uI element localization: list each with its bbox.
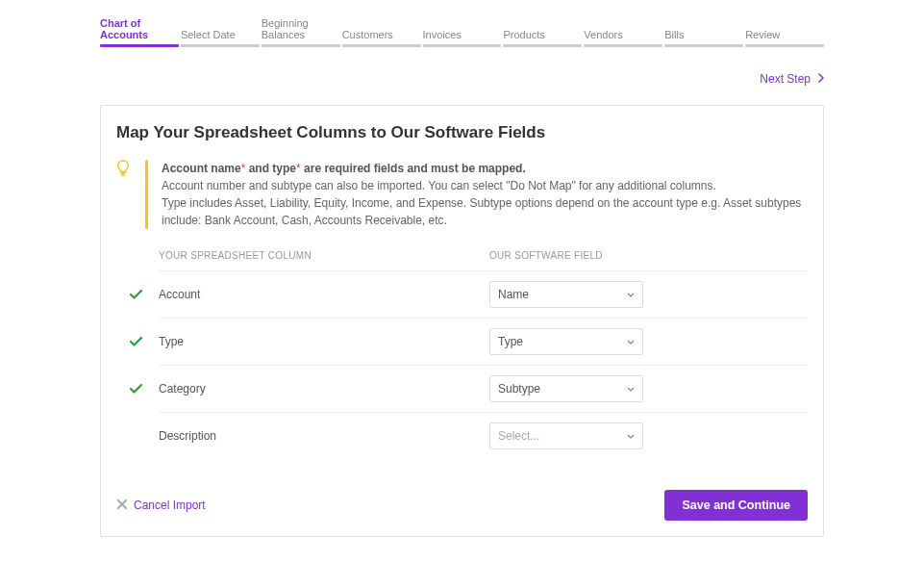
- check-icon: [130, 288, 142, 302]
- chevron-down-icon: [627, 431, 635, 441]
- wizard-step-bar: [262, 44, 340, 47]
- field-select[interactable]: Subtype: [489, 375, 643, 402]
- info-required-suffix: are required fields and must be mapped.: [301, 162, 526, 175]
- mapping-card: Map Your Spreadsheet Columns to Our Soft…: [100, 105, 824, 537]
- lightbulb-icon: [116, 160, 132, 229]
- wizard-step[interactable]: Products: [503, 17, 582, 47]
- wizard-step-bar: [342, 44, 421, 47]
- wizard-step-label: Invoices: [423, 29, 502, 40]
- chevron-down-icon: [627, 384, 635, 394]
- wizard-step[interactable]: Invoices: [423, 17, 502, 47]
- info-required-prefix: Account name: [162, 162, 241, 175]
- field-select[interactable]: Select...: [489, 422, 643, 449]
- wizard-step-label: Products: [503, 29, 582, 40]
- wizard-step-bar: [100, 44, 179, 47]
- wizard-steps: Chart of AccountsSelect DateBeginning Ba…: [100, 0, 824, 47]
- wizard-step-label: Bills: [664, 29, 743, 40]
- source-column-label: Description: [159, 429, 489, 443]
- wizard-step[interactable]: Vendors: [584, 17, 662, 47]
- wizard-step-bar: [503, 44, 582, 47]
- next-step-label: Next Step: [760, 72, 811, 86]
- chevron-down-icon: [627, 337, 635, 346]
- wizard-step[interactable]: Select Date: [181, 17, 260, 47]
- card-title: Map Your Spreadsheet Columns to Our Soft…: [116, 123, 808, 142]
- check-icon: [130, 382, 142, 396]
- mapping-row: CategorySubtype: [159, 365, 808, 412]
- info-text: Account name* and type* are required fie…: [162, 160, 808, 229]
- wizard-step-label: Beginning Balances: [262, 17, 340, 40]
- cancel-import-label: Cancel Import: [134, 498, 206, 512]
- field-select-value: Name: [498, 288, 529, 301]
- chevron-right-icon: [818, 72, 824, 86]
- header-software-field: Our Software Field: [489, 250, 808, 261]
- info-line3: Type includes Asset, Liability, Equity, …: [162, 194, 808, 229]
- mapping-row: TypeType: [159, 318, 808, 365]
- wizard-step-label: Select Date: [181, 29, 260, 40]
- wizard-step-bar: [423, 44, 502, 47]
- header-spreadsheet-column: Your Spreadsheet Column: [159, 250, 489, 261]
- wizard-step[interactable]: Review: [745, 17, 824, 47]
- wizard-step-label: Chart of Accounts: [100, 17, 179, 40]
- wizard-step-label: Customers: [342, 29, 421, 40]
- wizard-step-bar: [664, 44, 743, 47]
- save-and-continue-button[interactable]: Save and Continue: [664, 490, 808, 521]
- wizard-step[interactable]: Bills: [664, 17, 743, 47]
- field-select-value: Select...: [498, 429, 539, 443]
- wizard-step[interactable]: Chart of Accounts: [100, 17, 179, 47]
- field-select[interactable]: Type: [489, 328, 643, 355]
- next-step-link[interactable]: Next Step: [760, 72, 824, 86]
- mapping-header: Your Spreadsheet Column Our Software Fie…: [159, 250, 808, 270]
- source-column-label: Category: [159, 382, 489, 396]
- field-select[interactable]: Name: [489, 281, 643, 308]
- wizard-step-bar: [181, 44, 260, 47]
- info-line2: Account number and subtype can also be i…: [162, 177, 808, 194]
- source-column-label: Type: [159, 335, 489, 348]
- close-icon: [116, 498, 128, 513]
- wizard-step-bar: [584, 44, 662, 47]
- field-select-value: Type: [498, 335, 523, 348]
- mapping-row: AccountName: [159, 270, 808, 318]
- chevron-down-icon: [627, 290, 635, 299]
- wizard-step[interactable]: Customers: [342, 17, 421, 47]
- field-select-value: Subtype: [498, 382, 540, 396]
- mapping-row: DescriptionSelect...: [159, 412, 808, 459]
- cancel-import-link[interactable]: Cancel Import: [116, 498, 206, 513]
- wizard-step-bar: [745, 44, 824, 47]
- wizard-step[interactable]: Beginning Balances: [262, 17, 340, 47]
- info-required-mid: and type: [245, 162, 296, 175]
- source-column-label: Account: [159, 288, 489, 301]
- wizard-step-label: Vendors: [584, 29, 662, 40]
- wizard-step-label: Review: [745, 29, 824, 40]
- info-box: Account name* and type* are required fie…: [116, 160, 808, 229]
- check-icon: [130, 335, 142, 349]
